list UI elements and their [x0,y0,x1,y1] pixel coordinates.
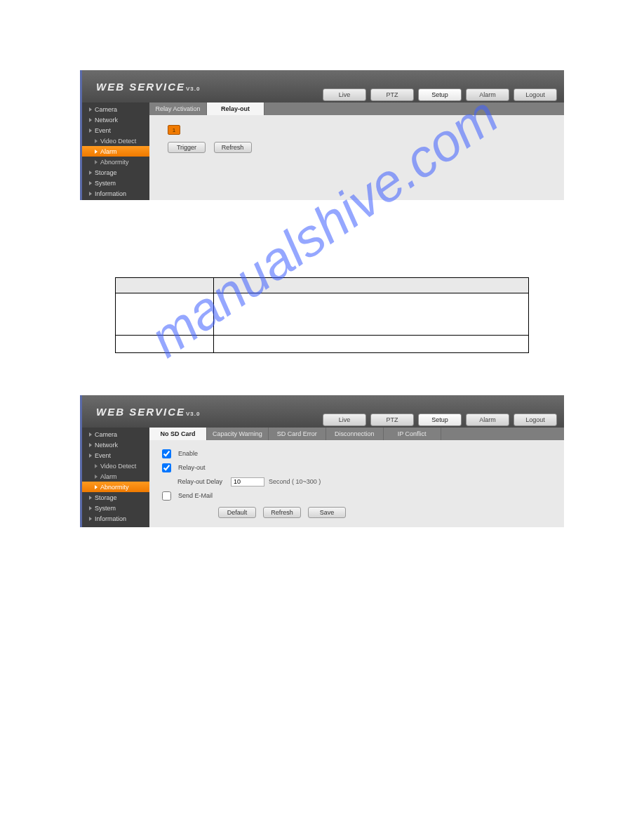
parameter-table [115,277,529,353]
brand-logo: WEB SERVICEV3.0 [96,81,200,102]
chevron-right-icon [89,506,92,510]
top-nav: Live PTZ Setup Alarm Logout [323,88,557,102]
relay-out-label: Relay-out [178,464,239,471]
screenshot-relay-out: WEB SERVICEV3.0 Live PTZ Setup Alarm Log… [80,70,564,200]
sidebar-label: Abnormity [100,484,129,491]
relay-out-delay-input[interactable] [231,477,264,486]
sidebar-video-detect[interactable]: Video Detect [82,461,149,471]
relay-out-delay-label: Relay-out Delay [177,478,231,485]
sidebar-label: Storage [95,494,117,501]
table-cell [116,293,214,336]
chevron-right-icon [89,118,92,122]
sidebar-label: Storage [95,169,117,176]
nav-setup[interactable]: Setup [418,413,462,426]
chevron-right-icon [95,139,98,143]
nav-alarm[interactable]: Alarm [466,413,509,426]
sidebar-label: Event [95,452,111,459]
default-button[interactable]: Default [218,507,256,518]
chevron-right-icon [89,181,92,185]
tab-relay-out[interactable]: Relay-out [207,102,264,115]
chevron-right-icon [89,171,92,175]
tab-ip-conflict[interactable]: IP Conflict [384,428,441,440]
table-cell [214,293,529,336]
tab-capacity-warning[interactable]: Capacity Warning [207,428,269,440]
chevron-right-icon [95,475,98,479]
panel-no-sd-card: Enable Relay-out Relay-out Delay Second … [149,440,564,527]
content-area: Relay Activation Relay-out 1 Trigger Ref… [149,102,564,200]
sidebar-abnormity[interactable]: Abnormity [82,482,149,492]
tab-disconnection[interactable]: Disconnection [326,428,384,440]
sidebar-alarm[interactable]: Alarm [82,471,149,482]
sidebar-event[interactable]: Event [82,125,149,135]
brand-version: V3.0 [186,411,200,417]
sidebar: Camera Network Event Video Detect Alarm … [82,102,149,200]
save-button[interactable]: Save [308,507,346,518]
trigger-button[interactable]: Trigger [168,142,206,153]
sidebar-label: Information [95,515,126,522]
send-email-label: Send E-Mail [178,492,239,499]
sidebar-video-detect[interactable]: Video Detect [82,135,149,146]
relay-out-checkbox[interactable] [162,463,171,472]
sidebar-information[interactable]: Information [82,188,149,199]
sidebar-system[interactable]: System [82,178,149,188]
sidebar-label: Camera [95,106,117,113]
nav-logout[interactable]: Logout [514,413,557,426]
sidebar-event[interactable]: Event [82,450,149,461]
sidebar-camera[interactable]: Camera [82,104,149,114]
chevron-right-icon [89,192,92,196]
nav-alarm[interactable]: Alarm [466,88,509,101]
chevron-right-icon [95,485,98,489]
chevron-right-icon [89,107,92,112]
sidebar-label: Event [95,127,111,134]
table-cell [116,336,214,353]
enable-checkbox[interactable] [162,449,171,458]
tab-no-sd-card[interactable]: No SD Card [149,428,207,440]
sidebar-label: Network [95,117,118,124]
chevron-right-icon [95,150,98,154]
sidebar-label: Camera [95,431,117,438]
sidebar-information[interactable]: Information [82,513,149,524]
chevron-right-icon [89,432,92,437]
chevron-right-icon [95,464,98,468]
chevron-right-icon [95,160,98,164]
sidebar-network[interactable]: Network [82,114,149,125]
top-nav: Live PTZ Setup Alarm Logout [323,413,557,428]
screenshot-abnormity: WEB SERVICEV3.0 Live PTZ Setup Alarm Log… [80,395,564,527]
tab-relay-activation[interactable]: Relay Activation [149,102,207,115]
chevron-right-icon [89,454,92,458]
relay-channel-1[interactable]: 1 [168,125,180,135]
tabs-row: Relay Activation Relay-out [149,102,564,115]
sidebar-label: Network [95,442,118,449]
refresh-button[interactable]: Refresh [214,142,252,153]
send-email-checkbox[interactable] [162,491,171,501]
sidebar-alarm[interactable]: Alarm [82,146,149,157]
sidebar-abnormity[interactable]: Abnormity [82,157,149,167]
sidebar-camera[interactable]: Camera [82,429,149,439]
table-cell [214,336,529,353]
nav-logout[interactable]: Logout [514,88,557,101]
table-header-2 [214,278,529,293]
table-header-1 [116,278,214,293]
sidebar-storage[interactable]: Storage [82,492,149,503]
nav-ptz[interactable]: PTZ [370,413,414,426]
chevron-right-icon [89,443,92,447]
sidebar-label: Alarm [100,148,117,155]
nav-live[interactable]: Live [323,413,366,426]
sidebar-system[interactable]: System [82,503,149,513]
brand-text: WEB SERVICE [96,406,185,418]
sidebar-label: Video Detect [100,138,136,145]
sidebar-label: System [95,180,116,187]
refresh-button[interactable]: Refresh [263,507,301,518]
nav-live[interactable]: Live [323,88,366,101]
sidebar-storage[interactable]: Storage [82,167,149,178]
sidebar: Camera Network Event Video Detect Alarm … [82,428,149,527]
sidebar-label: Information [95,190,126,197]
tab-sd-card-error[interactable]: SD Card Error [269,428,326,440]
nav-ptz[interactable]: PTZ [370,88,414,101]
chevron-right-icon [89,128,92,133]
brand-version: V3.0 [186,86,200,92]
brand-text: WEB SERVICE [96,81,185,93]
relay-out-delay-hint: Second ( 10~300 ) [269,478,321,485]
sidebar-network[interactable]: Network [82,439,149,450]
nav-setup[interactable]: Setup [418,88,462,101]
